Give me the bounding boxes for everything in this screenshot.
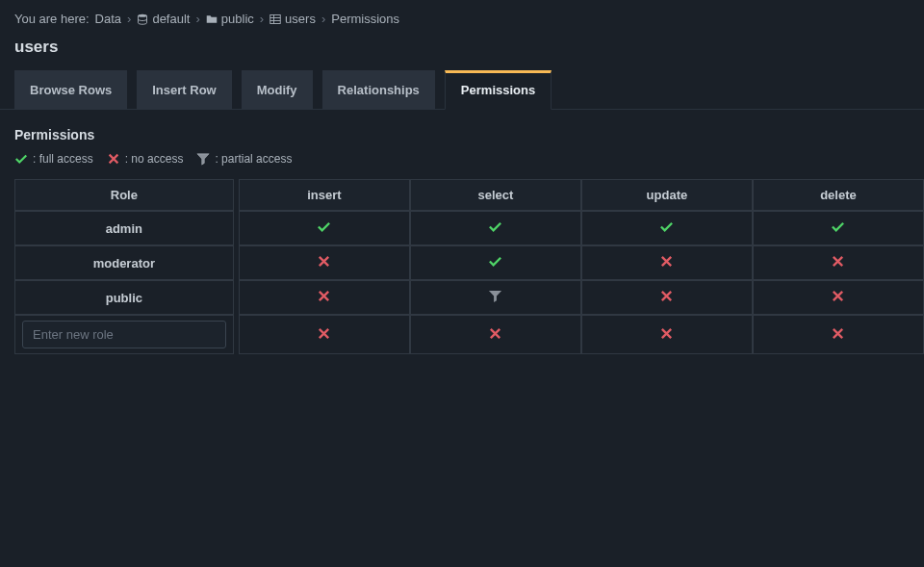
x-icon — [488, 326, 502, 341]
perm-cell[interactable] — [753, 280, 924, 315]
folder-icon — [206, 13, 218, 25]
tab-modify[interactable]: Modify — [242, 70, 313, 109]
legend: : full access : no access : partial acce… — [0, 152, 924, 179]
perm-cell[interactable] — [239, 245, 410, 280]
x-icon — [831, 289, 845, 303]
new-role-input[interactable] — [22, 321, 226, 348]
perm-cell[interactable] — [753, 211, 924, 245]
check-icon — [14, 152, 28, 166]
check-icon — [488, 254, 502, 269]
legend-full: : full access — [14, 152, 93, 166]
breadcrumb: You are here: Data › default › public › … — [0, 0, 924, 34]
table-row: public — [14, 280, 924, 315]
tab-relationships[interactable]: Relationships — [322, 70, 435, 109]
perm-cell[interactable] — [410, 280, 581, 315]
table-icon — [270, 13, 281, 25]
th-update[interactable]: update — [581, 179, 753, 211]
role-cell[interactable]: public — [14, 280, 234, 315]
x-icon — [831, 254, 845, 269]
breadcrumb-item-data[interactable]: Data — [95, 12, 121, 26]
tab-browse-rows[interactable]: Browse Rows — [14, 70, 127, 109]
perm-cell[interactable] — [581, 280, 753, 315]
x-icon — [107, 152, 120, 166]
funnel-icon — [488, 289, 502, 303]
chevron-right-icon: › — [195, 12, 199, 26]
breadcrumb-item-public[interactable]: public — [206, 12, 254, 26]
breadcrumb-prefix: You are here: — [14, 12, 90, 26]
new-role-row — [14, 315, 924, 354]
section-title: Permissions — [0, 110, 924, 152]
x-icon — [659, 326, 674, 341]
x-icon — [659, 254, 674, 269]
funnel-icon — [196, 152, 210, 166]
x-icon — [831, 326, 845, 341]
breadcrumb-item-users[interactable]: users — [270, 12, 316, 26]
x-icon — [317, 289, 331, 303]
perm-cell[interactable] — [239, 211, 410, 245]
legend-partial: : partial access — [196, 152, 292, 166]
th-role: Role — [14, 179, 234, 211]
perm-cell[interactable] — [581, 245, 753, 280]
check-icon — [659, 219, 674, 234]
svg-point-0 — [139, 13, 147, 16]
table-row: moderator — [14, 245, 924, 280]
table-row: admin — [14, 211, 924, 245]
breadcrumb-item-permissions: Permissions — [331, 12, 399, 26]
breadcrumb-item-default[interactable]: default — [137, 12, 190, 26]
database-icon — [137, 13, 148, 25]
check-icon — [317, 219, 331, 234]
legend-none: : no access — [107, 152, 184, 166]
th-select[interactable]: select — [410, 179, 581, 211]
role-cell[interactable]: admin — [14, 211, 234, 245]
perm-cell[interactable] — [239, 315, 410, 354]
perm-cell[interactable] — [581, 315, 753, 354]
perm-cell[interactable] — [753, 245, 924, 280]
perm-cell[interactable] — [410, 315, 581, 354]
th-insert[interactable]: insert — [239, 179, 410, 211]
page-title: users — [0, 34, 924, 70]
perm-cell[interactable] — [581, 211, 753, 245]
tabs: Browse Rows Insert Row Modify Relationsh… — [0, 70, 924, 110]
svg-rect-1 — [270, 14, 281, 23]
permissions-table: Role insert select update delete adminmo… — [14, 179, 924, 354]
tab-insert-row[interactable]: Insert Row — [137, 70, 231, 109]
chevron-right-icon: › — [321, 12, 325, 26]
perm-cell[interactable] — [753, 315, 924, 354]
chevron-right-icon: › — [260, 12, 264, 26]
th-delete[interactable]: delete — [753, 179, 924, 211]
new-role-cell — [14, 315, 234, 354]
x-icon — [317, 254, 331, 269]
perm-cell[interactable] — [410, 211, 581, 245]
perm-cell[interactable] — [239, 280, 410, 315]
perm-cell[interactable] — [410, 245, 581, 280]
check-icon — [831, 219, 845, 234]
tab-permissions[interactable]: Permissions — [445, 70, 552, 110]
chevron-right-icon: › — [127, 12, 131, 26]
x-icon — [317, 326, 331, 341]
role-cell[interactable]: moderator — [14, 245, 234, 280]
x-icon — [659, 289, 674, 303]
check-icon — [488, 219, 502, 234]
